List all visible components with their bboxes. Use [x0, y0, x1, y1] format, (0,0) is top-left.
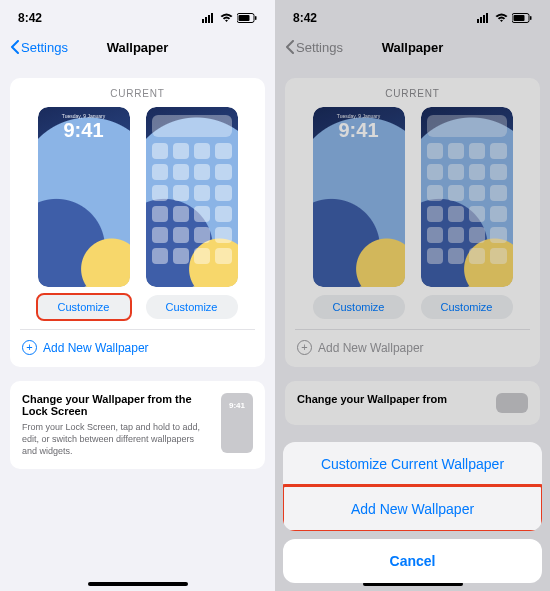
- add-new-option-label: Add New Wallpaper: [351, 501, 474, 517]
- svg-rect-12: [514, 15, 525, 21]
- section-label: CURRENT: [295, 88, 530, 99]
- add-new-label: Add New Wallpaper: [43, 341, 149, 355]
- svg-rect-0: [202, 19, 204, 23]
- customize-row: Customize Customize: [295, 295, 530, 319]
- content: CURRENT Tuesday, 9 January 9:41: [0, 78, 275, 469]
- home-screen-preview[interactable]: [146, 107, 238, 287]
- add-new-label: Add New Wallpaper: [318, 341, 424, 355]
- lock-date: Tuesday, 9 January: [313, 113, 405, 119]
- status-icons: [477, 13, 532, 23]
- wifi-icon: [220, 13, 233, 23]
- content: CURRENT Tuesday, 9 January 9:41: [275, 78, 550, 425]
- change-title: Change your Wallpaper from: [297, 393, 484, 405]
- svg-rect-1: [205, 17, 207, 23]
- svg-rect-3: [211, 13, 213, 23]
- lock-time: 9:41: [313, 120, 405, 140]
- cancel-button[interactable]: Cancel: [283, 539, 542, 583]
- status-time: 8:42: [18, 11, 42, 25]
- action-sheet: Customize Current Wallpaper Add New Wall…: [283, 442, 542, 583]
- svg-rect-2: [208, 15, 210, 23]
- svg-rect-7: [477, 19, 479, 23]
- svg-rect-8: [480, 17, 482, 23]
- svg-rect-13: [530, 16, 532, 20]
- section-label: CURRENT: [20, 88, 255, 99]
- back-label: Settings: [21, 40, 68, 55]
- widget-placeholder: [152, 115, 232, 137]
- lock-screen-preview[interactable]: Tuesday, 9 January 9:41: [38, 107, 130, 287]
- mini-phone-time: 9:41: [229, 401, 245, 410]
- lock-overlay: Tuesday, 9 January 9:41: [313, 113, 405, 140]
- home-overlay: [427, 115, 507, 281]
- action-sheet-options: Customize Current Wallpaper Add New Wall…: [283, 442, 542, 531]
- home-overlay: [152, 115, 232, 281]
- change-from-lock-card: Change your Wallpaper from the Lock Scre…: [10, 381, 265, 469]
- app-grid: [427, 143, 507, 281]
- status-bar: 8:42: [0, 0, 275, 30]
- customize-home-button[interactable]: Customize: [146, 295, 238, 319]
- add-new-wallpaper-option[interactable]: Add New Wallpaper: [283, 486, 542, 531]
- customize-lock-button[interactable]: Customize: [313, 295, 405, 319]
- change-from-lock-card: Change your Wallpaper from: [285, 381, 540, 425]
- current-wallpaper-card: CURRENT Tuesday, 9 January 9:41: [285, 78, 540, 367]
- battery-icon: [237, 13, 257, 23]
- app-grid: [152, 143, 232, 281]
- cancel-label: Cancel: [390, 553, 436, 569]
- screen-before: 8:42 Settings Wallpaper CURRENT Tuesday,…: [0, 0, 275, 591]
- customize-home-label: Customize: [441, 301, 493, 313]
- svg-rect-6: [255, 16, 257, 20]
- plus-circle-icon: +: [297, 340, 312, 355]
- customize-home-button[interactable]: Customize: [421, 295, 513, 319]
- cellular-icon: [202, 13, 216, 23]
- add-new-wallpaper-row[interactable]: + Add New Wallpaper: [295, 330, 530, 361]
- nav-bar: Settings Wallpaper: [275, 30, 550, 64]
- previews: Tuesday, 9 January 9:41: [20, 107, 255, 287]
- battery-icon: [512, 13, 532, 23]
- add-new-wallpaper-row[interactable]: + Add New Wallpaper: [20, 330, 255, 361]
- mini-phone-graphic: 9:41: [221, 393, 253, 453]
- svg-rect-10: [486, 13, 488, 23]
- back-button[interactable]: Settings: [285, 40, 343, 55]
- home-screen-preview[interactable]: [421, 107, 513, 287]
- cellular-icon: [477, 13, 491, 23]
- back-label: Settings: [296, 40, 343, 55]
- lock-screen-preview[interactable]: Tuesday, 9 January 9:41: [313, 107, 405, 287]
- change-body: From your Lock Screen, tap and hold to a…: [22, 421, 209, 457]
- svg-rect-5: [239, 15, 250, 21]
- status-bar: 8:42: [275, 0, 550, 30]
- svg-rect-9: [483, 15, 485, 23]
- customize-current-label: Customize Current Wallpaper: [321, 456, 504, 472]
- lock-overlay: Tuesday, 9 January 9:41: [38, 113, 130, 140]
- customize-lock-label: Customize: [58, 301, 110, 313]
- status-time: 8:42: [293, 11, 317, 25]
- current-wallpaper-card: CURRENT Tuesday, 9 January 9:41: [10, 78, 265, 367]
- home-indicator[interactable]: [88, 582, 188, 586]
- plus-circle-icon: +: [22, 340, 37, 355]
- previews: Tuesday, 9 January 9:41: [295, 107, 530, 287]
- chevron-left-icon: [10, 40, 19, 54]
- customize-lock-label: Customize: [333, 301, 385, 313]
- widget-placeholder: [427, 115, 507, 137]
- chevron-left-icon: [285, 40, 294, 54]
- nav-bar: Settings Wallpaper: [0, 30, 275, 64]
- lock-date: Tuesday, 9 January: [38, 113, 130, 119]
- status-icons: [202, 13, 257, 23]
- customize-lock-button[interactable]: Customize: [38, 295, 130, 319]
- mini-phone-graphic: [496, 393, 528, 413]
- change-title: Change your Wallpaper from the Lock Scre…: [22, 393, 209, 417]
- screen-after: 8:42 Settings Wallpaper CURRENT Tuesday,…: [275, 0, 550, 591]
- customize-row: Customize Customize: [20, 295, 255, 319]
- customize-home-label: Customize: [166, 301, 218, 313]
- lock-time: 9:41: [38, 120, 130, 140]
- back-button[interactable]: Settings: [10, 40, 68, 55]
- customize-current-option[interactable]: Customize Current Wallpaper: [283, 442, 542, 486]
- wifi-icon: [495, 13, 508, 23]
